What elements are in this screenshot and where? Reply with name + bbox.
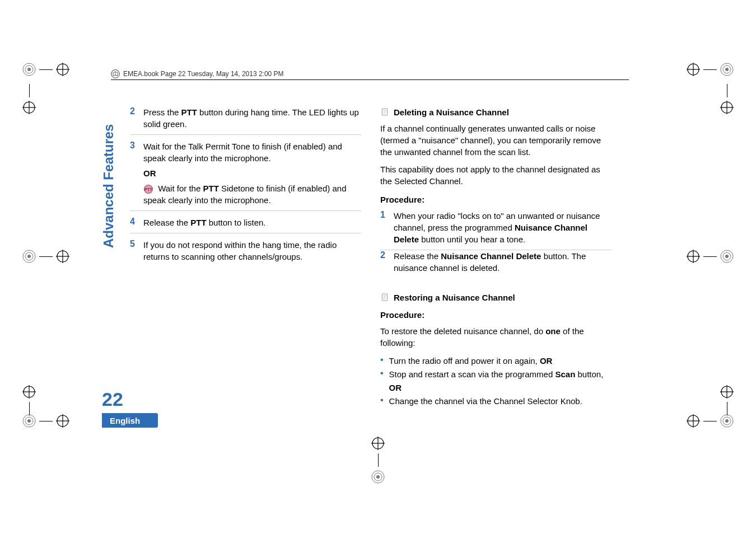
deleting-steps: 1When your radio "locks on to" an unwant… <box>380 210 612 278</box>
header-text: EMEA.book Page 22 Tuesday, May 14, 2013 … <box>123 70 284 78</box>
crop-mark <box>22 84 36 114</box>
step-number: 3 <box>130 140 138 151</box>
step-number: 5 <box>130 239 138 249</box>
book-icon <box>111 69 120 78</box>
svg-point-38 <box>725 255 729 258</box>
language-bar: English <box>102 413 158 428</box>
page-number: 22 <box>102 388 123 410</box>
step-body: Wait for the Talk Permit Tone to finish … <box>143 140 361 206</box>
list-item: •Turn the radio off and power it on agai… <box>380 354 612 368</box>
ptt-icon: PTT <box>143 184 153 194</box>
procedure-step: 1When your radio "locks on to" an unwant… <box>380 210 612 250</box>
list-item: •Change the channel via the Channel Sele… <box>380 395 612 408</box>
svg-point-14 <box>27 68 31 71</box>
doc-icon <box>380 293 389 302</box>
crop-mark <box>720 385 734 415</box>
deleting-para2: This capability does not apply to the ch… <box>380 163 612 187</box>
step-body: If you do not respond within the hang ti… <box>143 239 361 263</box>
procedure-step: 5If you do not respond within the hang t… <box>130 239 361 267</box>
crop-mark <box>371 437 385 484</box>
left-column: 2Press the PTT button during hang time. … <box>130 106 361 408</box>
step-body: Press the PTT button during hang time. T… <box>143 106 361 130</box>
svg-point-20 <box>725 68 729 71</box>
step-body: Release the Nuisance Channel Delete butt… <box>394 250 612 274</box>
list-item-text: Stop and restart a scan via the programm… <box>389 368 612 395</box>
crop-mark <box>22 250 69 263</box>
procedure-step: 4Release the PTT button to listen. <box>130 217 361 233</box>
step-body: When your radio "locks on to" an unwante… <box>394 210 612 245</box>
header-meta: EMEA.book Page 22 Tuesday, May 14, 2013 … <box>111 69 629 80</box>
bullet-icon: • <box>380 368 384 378</box>
list-item: •Stop and restart a scan via the program… <box>380 368 612 395</box>
svg-text:PTT: PTT <box>144 187 153 192</box>
deleting-para1: If a channel continually generates unwan… <box>380 123 612 158</box>
side-tab: Advanced Features <box>101 124 116 248</box>
svg-point-65 <box>376 475 380 479</box>
deleting-proc-label: Procedure: <box>380 195 612 204</box>
bullet-icon: • <box>380 395 384 405</box>
restoring-proc-label: Procedure: <box>380 310 612 320</box>
content-columns: 2Press the PTT button during hang time. … <box>130 106 612 408</box>
crop-mark <box>720 84 734 114</box>
step-number: 2 <box>380 250 388 260</box>
page-root: EMEA.book Page 22 Tuesday, May 14, 2013 … <box>0 0 756 534</box>
crop-mark <box>22 63 69 76</box>
crop-mark <box>22 414 69 428</box>
procedure-step: 3Wait for the Talk Permit Tone to finish… <box>130 140 361 211</box>
crop-mark <box>22 385 36 415</box>
list-item-text: Change the channel via the Channel Selec… <box>389 395 582 408</box>
right-column: Deleting a Nuisance Channel If a channel… <box>380 106 612 408</box>
procedure-step: 2Release the Nuisance Channel Delete but… <box>380 250 612 278</box>
crop-mark <box>687 414 734 428</box>
deleting-heading: Deleting a Nuisance Channel <box>380 107 612 117</box>
step-number: 1 <box>380 210 388 220</box>
svg-point-50 <box>725 419 729 423</box>
restoring-title: Restoring a Nuisance Channel <box>394 293 515 302</box>
svg-point-44 <box>27 419 31 423</box>
step-number: 2 <box>130 106 138 116</box>
bullet-icon: • <box>380 354 384 365</box>
restoring-heading: Restoring a Nuisance Channel <box>380 293 612 302</box>
list-item-text: Turn the radio off and power it on again… <box>389 354 553 368</box>
procedure-step: 2Press the PTT button during hang time. … <box>130 106 361 135</box>
crop-mark <box>687 63 734 76</box>
svg-point-32 <box>27 255 31 258</box>
doc-icon <box>380 107 389 116</box>
step-body: Release the PTT button to listen. <box>143 217 361 228</box>
crop-mark <box>687 250 734 263</box>
restoring-bullets: •Turn the radio off and power it on agai… <box>380 354 612 408</box>
restoring-intro: To restore the deleted nuisance channel,… <box>380 325 612 349</box>
step-number: 4 <box>130 217 138 227</box>
deleting-title: Deleting a Nuisance Channel <box>394 107 509 117</box>
